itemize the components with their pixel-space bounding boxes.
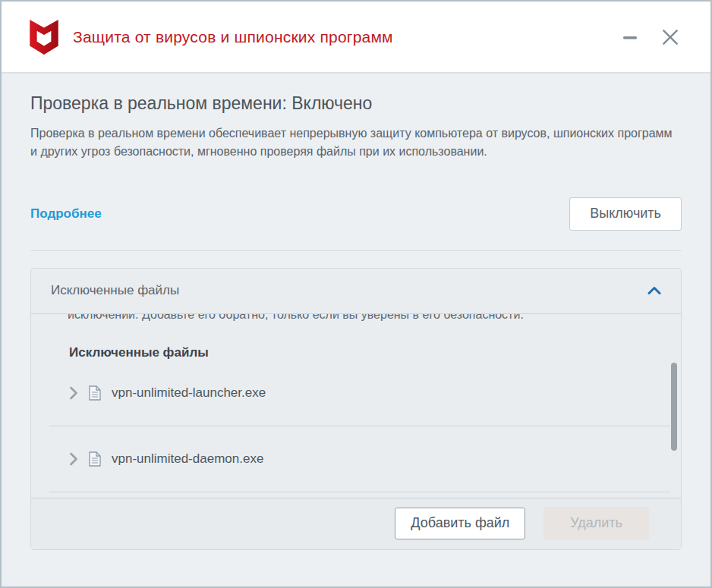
file-name: vpn-unlimited-daemon.exe bbox=[112, 451, 263, 467]
excluded-files-scroll-area: исключений. Добавьте его обратно, только… bbox=[31, 314, 681, 498]
page-title: Проверка в реальном времени: Включено bbox=[30, 93, 682, 114]
chevron-right-icon[interactable] bbox=[69, 386, 78, 400]
file-name: vpn-unlimited-launcher.exe bbox=[112, 385, 266, 401]
content-area: Проверка в реальном времени: Включено Пр… bbox=[2, 74, 710, 586]
chevron-right-icon[interactable] bbox=[69, 452, 78, 466]
minimize-icon bbox=[621, 28, 639, 46]
excluded-files-panel: Исключенные файлы исключений. Добавьте е… bbox=[30, 268, 682, 550]
titlebar: Защита от вирусов и шпионских программ bbox=[2, 2, 710, 74]
panel-footer: Добавить файл Удалить bbox=[31, 498, 681, 549]
section-divider bbox=[30, 250, 682, 251]
app-window: Защита от вирусов и шпионских программ П… bbox=[0, 0, 712, 588]
excluded-files-list-heading: Исключенные файлы bbox=[69, 345, 681, 360]
chevron-up-icon[interactable] bbox=[647, 286, 661, 295]
window-controls bbox=[616, 23, 685, 52]
description-text: Проверка в реальном времени обеспечивает… bbox=[30, 124, 682, 161]
file-icon bbox=[89, 385, 101, 401]
details-link[interactable]: Подробнее bbox=[30, 206, 102, 222]
add-file-button[interactable]: Добавить файл bbox=[395, 508, 525, 539]
file-icon bbox=[89, 451, 101, 467]
turn-off-button[interactable]: Выключить bbox=[569, 197, 682, 231]
delete-button[interactable]: Удалить bbox=[543, 507, 649, 540]
excluded-files-accordion-header[interactable]: Исключенные файлы bbox=[31, 269, 681, 314]
action-row: Подробнее Выключить bbox=[30, 197, 682, 231]
scrollbar-thumb[interactable] bbox=[671, 363, 677, 451]
file-row[interactable]: vpn-unlimited-launcher.exe bbox=[31, 360, 681, 426]
clipped-help-text: исключений. Добавьте его обратно, только… bbox=[31, 314, 681, 324]
mcafee-logo-icon bbox=[27, 18, 61, 56]
close-icon bbox=[660, 27, 680, 47]
app-title: Защита от вирусов и шпионских программ bbox=[73, 28, 393, 46]
minimize-button[interactable] bbox=[616, 24, 644, 51]
close-button[interactable] bbox=[656, 23, 685, 52]
row-divider bbox=[49, 492, 670, 492]
accordion-header-label: Исключенные файлы bbox=[51, 283, 179, 298]
file-row[interactable]: vpn-unlimited-daemon.exe bbox=[31, 426, 681, 492]
